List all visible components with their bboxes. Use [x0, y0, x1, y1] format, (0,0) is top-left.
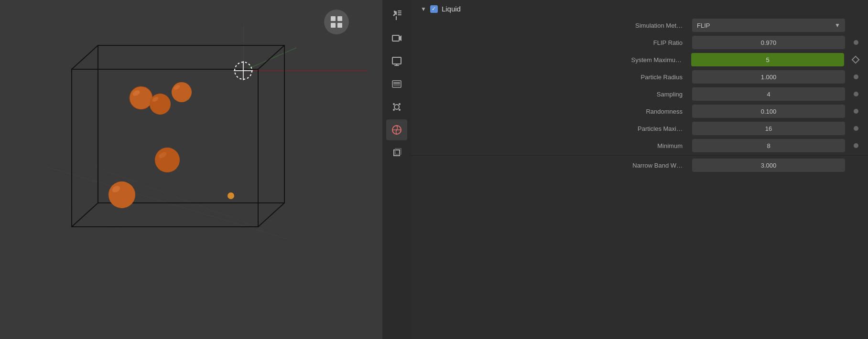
prop-label-minimum: Minimum — [421, 142, 687, 149]
svg-point-51 — [399, 109, 401, 111]
prop-value-narrow-band[interactable]: 3.000 — [692, 159, 845, 172]
sidebar-icon-tools[interactable] — [386, 5, 407, 26]
sidebar-icon-scene[interactable] — [386, 28, 407, 49]
prop-row-system-maximum: System Maximu… 5 — [411, 51, 868, 68]
prop-row-flip-ratio: FLIP Ratio 0.970 — [411, 34, 868, 51]
svg-rect-37 — [398, 12, 401, 13]
svg-point-48 — [393, 103, 395, 105]
svg-rect-41 — [392, 57, 401, 64]
prop-dot-flip-ratio — [854, 40, 858, 45]
randomness-value: 0.100 — [761, 108, 777, 115]
liquid-section-title: Liquid — [442, 5, 461, 13]
svg-rect-39 — [392, 35, 399, 41]
minimum-value: 8 — [767, 142, 770, 149]
simulation-method-value: FLIP — [697, 22, 710, 29]
prop-label-simulation-method: Simulation Met… — [421, 22, 687, 29]
prop-label-particles-maximum: Particles Maxi… — [421, 125, 687, 132]
prop-value-particles-maximum[interactable]: 16 — [692, 122, 845, 135]
viewport-overlay-icon[interactable] — [324, 10, 349, 34]
prop-dot-particle-radius — [854, 74, 858, 79]
prop-row-particles-maximum: Particles Maxi… 16 — [411, 120, 868, 137]
properties-panel: ▼ ✓ Liquid Simulation Met… FLIP ▼ FLIP R… — [411, 0, 868, 339]
prop-diamond-system-maximum — [852, 56, 860, 64]
sidebar-icon-world[interactable] — [386, 119, 407, 140]
sidebar-icon-object[interactable] — [386, 142, 407, 163]
prop-label-randomness: Randomness — [421, 108, 687, 115]
svg-point-23 — [155, 148, 180, 172]
particles-maximum-value: 16 — [765, 125, 772, 132]
prop-dot-minimum — [854, 143, 858, 148]
prop-dot-particles-maximum — [854, 126, 858, 131]
svg-rect-33 — [331, 23, 336, 28]
prop-dot-sampling — [854, 92, 858, 96]
viewport-3d[interactable] — [0, 0, 382, 339]
prop-label-narrow-band: Narrow Band W… — [421, 162, 687, 169]
svg-rect-38 — [398, 14, 401, 15]
section-collapse-arrow[interactable]: ▼ — [421, 6, 426, 12]
svg-rect-43 — [396, 64, 397, 65]
svg-rect-42 — [394, 65, 399, 66]
prop-row-particle-radius: Particle Radius 1.000 — [411, 68, 868, 85]
svg-point-25 — [108, 181, 135, 208]
svg-rect-55 — [395, 148, 401, 154]
svg-point-47 — [394, 105, 399, 109]
prop-value-system-maximum[interactable]: 5 — [691, 53, 844, 66]
prop-row-narrow-band: Narrow Band W… 3.000 — [411, 157, 868, 174]
svg-rect-54 — [394, 150, 400, 156]
prop-value-simulation-method[interactable]: FLIP ▼ — [692, 19, 845, 32]
svg-point-50 — [393, 109, 395, 111]
prop-dot-randomness — [854, 109, 858, 114]
svg-point-49 — [399, 103, 401, 105]
prop-value-flip-ratio[interactable]: 0.970 — [692, 36, 845, 49]
svg-rect-32 — [337, 16, 342, 21]
prop-label-flip-ratio: FLIP Ratio — [421, 39, 687, 46]
prop-label-particle-radius: Particle Radius — [421, 74, 687, 81]
svg-rect-46 — [393, 82, 400, 84]
liquid-section-header: ▼ ✓ Liquid — [411, 0, 868, 17]
prop-row-randomness: Randomness 0.100 — [411, 103, 868, 120]
particle-radius-value: 1.000 — [761, 74, 777, 81]
dropdown-arrow-icon: ▼ — [835, 22, 840, 29]
prop-row-sampling: Sampling 4 — [411, 85, 868, 103]
prop-value-randomness[interactable]: 0.100 — [692, 105, 845, 118]
svg-point-19 — [150, 94, 171, 115]
flip-ratio-value: 0.970 — [761, 39, 777, 46]
sidebar-icons-panel — [382, 0, 411, 339]
svg-rect-31 — [331, 16, 336, 21]
liquid-enabled-checkbox[interactable]: ✓ — [430, 5, 438, 13]
svg-rect-35 — [396, 16, 397, 20]
prop-label-system-maximum: System Maximu… — [421, 56, 686, 64]
section-divider — [411, 155, 868, 156]
sidebar-icon-particles[interactable] — [386, 96, 407, 117]
system-maximum-value: 5 — [766, 56, 769, 64]
prop-row-simulation-method: Simulation Met… FLIP ▼ — [411, 17, 868, 34]
svg-rect-34 — [337, 23, 342, 28]
sampling-value: 4 — [767, 91, 770, 98]
prop-row-minimum: Minimum 8 — [411, 137, 868, 154]
svg-point-21 — [172, 82, 192, 102]
prop-value-minimum[interactable]: 8 — [692, 139, 845, 152]
sidebar-icon-render[interactable] — [386, 51, 407, 72]
svg-point-27 — [228, 192, 234, 199]
prop-value-sampling[interactable]: 4 — [692, 87, 845, 101]
sidebar-icon-viewlayer[interactable] — [386, 74, 407, 95]
narrow-band-value: 3.000 — [761, 162, 777, 169]
prop-value-particle-radius[interactable]: 1.000 — [692, 70, 845, 84]
prop-label-sampling: Sampling — [421, 91, 687, 98]
svg-rect-36 — [398, 11, 401, 11]
